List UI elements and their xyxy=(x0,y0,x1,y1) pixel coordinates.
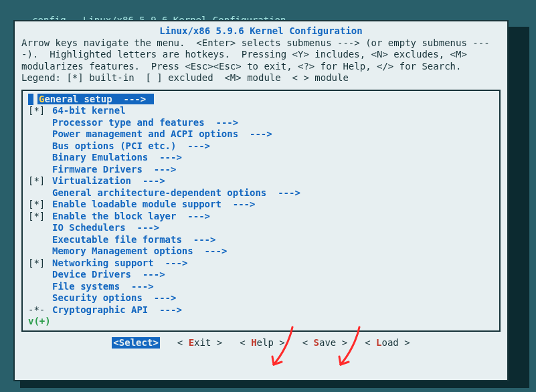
action-button[interactable]: < Help > xyxy=(240,337,284,349)
submenu-arrow-icon: ---> xyxy=(205,246,228,256)
menu-item[interactable]: Power management and ACPI options ---> xyxy=(28,128,494,140)
more-indicator: v(+) xyxy=(28,316,494,330)
menu-item[interactable]: [*]Enable the block layer ---> xyxy=(28,211,494,223)
menu-item-label: Executable file formats ---> xyxy=(52,234,494,246)
button-rest: elect> xyxy=(124,337,159,348)
action-button[interactable]: < Exit > xyxy=(177,337,222,349)
menu-item-text: eneral architecture-dependent options xyxy=(58,187,266,198)
menu-item-text: ecurity options xyxy=(58,292,142,303)
selection-marker xyxy=(28,292,52,304)
button-prefix: < xyxy=(177,337,189,348)
menu-item[interactable]: [*]Networking support ---> xyxy=(28,258,494,270)
menu-item[interactable]: File systems ---> xyxy=(28,281,494,293)
menu-item[interactable]: Executable file formats ---> xyxy=(28,234,494,246)
button-rest: ave > xyxy=(319,337,347,348)
menu-list[interactable]: General setup --->[*]64-bit kernel Proce… xyxy=(21,90,501,332)
menu-item-label: Enable the block layer ---> xyxy=(52,211,494,223)
menu-item-label: Processor type and features ---> xyxy=(52,117,494,129)
selection-marker: [*] xyxy=(28,258,52,270)
menu-item-text: irtualization xyxy=(58,175,131,186)
submenu-arrow-icon: ---> xyxy=(123,94,146,104)
submenu-arrow-icon: ---> xyxy=(159,152,182,163)
menu-item-label: Memory Management options ---> xyxy=(52,246,494,258)
menu-item-text: 4-bit kernel xyxy=(58,105,125,116)
menu-item-text: rocessor type and features xyxy=(58,117,204,128)
menu-item-label: Binary Emulations ---> xyxy=(52,152,494,164)
button-rest: elp > xyxy=(257,337,285,348)
selection-marker xyxy=(28,164,52,176)
selection-marker xyxy=(28,234,52,246)
hotkey-char: H xyxy=(251,337,256,348)
button-prefix: < xyxy=(240,337,251,348)
menu-item[interactable]: [*]64-bit kernel xyxy=(28,105,494,117)
button-prefix: < xyxy=(113,337,118,348)
selection-marker xyxy=(28,117,52,129)
menu-item-text: emory Management options xyxy=(58,246,193,256)
selection-highlight xyxy=(28,94,33,106)
menu-item[interactable]: [*]Enable loadable module support ---> xyxy=(28,199,494,211)
menu-item-label: Firmware Drivers ---> xyxy=(52,164,494,176)
menu-item-text: inary Emulations xyxy=(58,152,148,163)
submenu-arrow-icon: ---> xyxy=(187,140,210,151)
submenu-arrow-icon: ---> xyxy=(143,269,165,280)
menu-item[interactable]: Processor type and features ---> xyxy=(28,117,494,129)
action-button[interactable]: < Load > xyxy=(365,337,410,349)
button-prefix: < xyxy=(365,337,376,348)
selection-marker: [*] xyxy=(28,105,52,117)
action-button[interactable]: < Save > xyxy=(302,337,347,349)
selection-marker xyxy=(28,140,52,153)
selection-marker xyxy=(28,281,52,293)
config-panel: Linux/x86 5.9.6 Kernel Configuration Arr… xyxy=(13,20,509,381)
menu-item[interactable]: Device Drivers ---> xyxy=(28,269,494,281)
menu-item-text: irmware Drivers xyxy=(58,164,142,175)
action-button[interactable]: <Select> xyxy=(112,337,159,349)
menu-item-text: eneral setup xyxy=(44,94,112,104)
menu-item[interactable]: -*-Cryptographic API ---> xyxy=(28,304,494,316)
menu-item[interactable]: IO Schedulers ---> xyxy=(28,222,494,234)
menu-item-label: General architecture-dependent options -… xyxy=(52,187,494,199)
selection-marker: -*- xyxy=(28,304,52,316)
menu-item-text: us options (PCI etc.) xyxy=(58,140,176,151)
button-prefix: < xyxy=(302,337,314,348)
submenu-arrow-icon: ---> xyxy=(165,258,188,268)
submenu-arrow-icon: ---> xyxy=(159,304,182,315)
selection-marker: [*] xyxy=(28,199,52,211)
menu-item[interactable]: Security options ---> xyxy=(28,292,494,304)
button-rest: oad > xyxy=(381,337,410,348)
selection-marker xyxy=(28,222,52,234)
hotkey-char: S xyxy=(314,337,319,348)
menu-item-label: Power management and ACPI options ---> xyxy=(52,128,494,140)
selection-marker xyxy=(28,269,52,281)
menu-item[interactable]: Memory Management options ---> xyxy=(28,246,494,258)
menu-item-label: Enable loadable module support ---> xyxy=(52,199,494,211)
submenu-arrow-icon: ---> xyxy=(233,199,256,209)
menu-item-label: 64-bit kernel xyxy=(52,105,494,117)
annotation-arrow-icon xyxy=(266,326,298,373)
button-rest: xit > xyxy=(194,337,222,348)
menu-item[interactable]: Binary Emulations ---> xyxy=(28,152,494,164)
menu-item-label: General setup ---> xyxy=(37,94,494,106)
menu-item-label: Bus options (PCI etc.) ---> xyxy=(52,140,494,153)
menu-item-text: etworking support xyxy=(58,258,153,268)
submenu-arrow-icon: ---> xyxy=(131,281,154,292)
menu-item-text: ryptographic API xyxy=(58,304,148,315)
annotation-arrow-icon xyxy=(333,326,365,373)
panel-title: Linux/x86 5.9.6 Kernel Configuration xyxy=(21,25,501,37)
panel-wrap: Linux/x86 5.9.6 Kernel Configuration Arr… xyxy=(13,20,523,381)
selection-marker xyxy=(28,187,52,199)
menu-item-text: ile systems xyxy=(58,281,120,292)
menu-item-text: evice Drivers xyxy=(58,269,131,280)
hotkey-char: S xyxy=(119,337,124,348)
menu-item[interactable]: Firmware Drivers ---> xyxy=(28,164,494,176)
menu-item-label: Device Drivers ---> xyxy=(52,269,494,281)
submenu-arrow-icon: ---> xyxy=(143,175,165,186)
selection-marker xyxy=(28,152,52,164)
window-title-bar: .config - Linux/x86 5.9.6 Kernel Configu… xyxy=(0,0,536,15)
menu-item-label: Cryptographic API ---> xyxy=(52,304,494,316)
menu-item[interactable]: General architecture-dependent options -… xyxy=(28,187,494,199)
menu-item[interactable]: [*]Virtualization ---> xyxy=(28,175,494,187)
menu-item[interactable]: General setup ---> xyxy=(28,94,494,106)
menu-item-label: Networking support ---> xyxy=(52,258,494,270)
menu-item[interactable]: Bus options (PCI etc.) ---> xyxy=(28,140,494,153)
selection-marker: [*] xyxy=(28,175,52,187)
